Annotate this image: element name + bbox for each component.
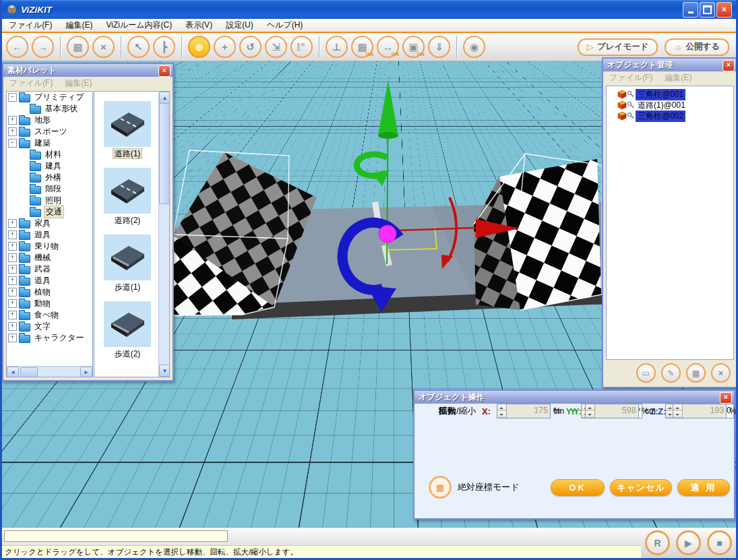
tree-expander[interactable]: +	[8, 322, 17, 331]
ok-button[interactable]: OK	[551, 479, 605, 496]
menu-item[interactable]: ViZiルーム内容(C)	[99, 20, 179, 31]
minimize-button[interactable]	[683, 2, 698, 18]
drop-toggle-button[interactable]: ⇓	[428, 36, 450, 58]
object-operation-title-bar[interactable]: オブジェクト操作 ×	[414, 391, 734, 404]
tree-item[interactable]: + 文字	[7, 321, 92, 332]
tree-item[interactable]: + 家具	[7, 218, 92, 229]
object-list-item[interactable]: 三角柱@002	[607, 111, 733, 121]
tree-expander[interactable]: +	[8, 230, 17, 239]
delete-button[interactable]: ×	[711, 363, 731, 383]
group-button[interactable]: ▦	[686, 363, 706, 383]
tree-item[interactable]: 交通	[7, 206, 92, 218]
tree-item[interactable]: + キャラクター	[7, 332, 92, 344]
tree-expander[interactable]: +	[8, 299, 17, 308]
scroll-thumb[interactable]	[20, 367, 38, 377]
menu-item[interactable]: ファイル(F)	[2, 20, 59, 31]
play-mode-button[interactable]: ▷ プレイモード	[578, 38, 658, 56]
spinner-buttons[interactable]	[586, 404, 595, 418]
maximize-button[interactable]	[700, 2, 715, 18]
back-button[interactable]: ←	[6, 36, 28, 58]
menu-item[interactable]: 編集(E)	[59, 20, 99, 31]
material-vertical-scrollbar[interactable]: ▲ ▼	[158, 92, 169, 377]
stop-button[interactable]: ■	[707, 530, 732, 555]
axis-toggle-button[interactable]: ⊥	[326, 36, 348, 58]
tree-item[interactable]: + 武器	[7, 263, 92, 275]
tree-item[interactable]: 階段	[7, 183, 92, 195]
palette-item[interactable]: 歩道(2)	[97, 301, 158, 360]
tree-expander[interactable]: +	[8, 265, 17, 274]
snap-toggle-button[interactable]: ↔ ON	[377, 36, 399, 58]
rotate-tool-button[interactable]: ↺	[239, 36, 262, 58]
transform-tool-button[interactable]: ⊕	[188, 36, 210, 58]
tree-horizontal-scrollbar[interactable]: ◄ ►	[7, 366, 92, 377]
tree-expander[interactable]: +	[8, 334, 17, 342]
tree-expander[interactable]: −	[8, 139, 17, 148]
tree-item[interactable]: 材料	[7, 149, 92, 160]
object-manager-menu-item[interactable]: 編集(E)	[665, 72, 691, 84]
scroll-left-icon[interactable]: ◄	[7, 367, 19, 377]
menu-item[interactable]: ヘルプ(H)	[260, 20, 310, 31]
tree-expander[interactable]: +	[8, 127, 17, 136]
play-button[interactable]: ▶	[676, 530, 701, 555]
cancel-button[interactable]: キャンセル	[610, 479, 672, 496]
tree-expander[interactable]: +	[8, 276, 17, 285]
close-button[interactable]: ×	[716, 2, 732, 18]
tree-item[interactable]: − プリミティブ	[7, 92, 92, 103]
spinner-buttons[interactable]	[673, 404, 683, 418]
palette-menu-item[interactable]: ファイル(F)	[9, 77, 53, 89]
create-object-button[interactable]: ▦	[67, 36, 89, 58]
forward-button[interactable]: →	[32, 36, 54, 58]
publish-button[interactable]: ☼ 公開する	[665, 38, 729, 56]
tree-expander[interactable]: +	[8, 219, 17, 228]
scroll-down-icon[interactable]: ▼	[159, 365, 170, 377]
tree-item[interactable]: + 植物	[7, 286, 92, 298]
palette-close-icon[interactable]: ×	[158, 65, 171, 77]
scroll-up-icon[interactable]: ▲	[159, 92, 170, 104]
tree-item[interactable]: + 遊具	[7, 229, 92, 241]
x-value-field[interactable]: 175	[497, 404, 551, 418]
palette-item[interactable]: 歩道(1)	[97, 235, 158, 293]
numeric-transform-button[interactable]: X:Y:Z:	[290, 36, 313, 58]
tree-item[interactable]: + 地形	[7, 115, 92, 126]
scale-tool-button[interactable]: ⇲	[265, 36, 287, 58]
apply-button[interactable]: 適 用	[677, 479, 730, 496]
tree-item[interactable]: + 乗り物	[7, 241, 92, 252]
tree-item[interactable]: 基本形状	[7, 103, 92, 115]
tree-item[interactable]: − 建築	[7, 137, 92, 149]
record-button[interactable]: R	[645, 530, 670, 555]
menu-item[interactable]: 設定(U)	[219, 20, 260, 31]
scroll-right-icon[interactable]: ►	[80, 367, 92, 377]
palette-item[interactable]: 道路(2)	[97, 168, 158, 226]
object-manager-menu-item[interactable]: ファイル(F)	[609, 72, 652, 84]
palette-title-bar[interactable]: 素材パレット ×	[3, 64, 173, 77]
command-input[interactable]	[4, 530, 228, 542]
toolbar-separator[interactable]	[60, 36, 61, 58]
folder-button[interactable]: ▭	[636, 363, 656, 383]
y-value-field[interactable]: 598	[585, 404, 639, 418]
menu-item[interactable]: 表示(V)	[179, 20, 219, 31]
tree-expander[interactable]: +	[8, 311, 17, 319]
tree-expander[interactable]: +	[8, 253, 17, 262]
tree-item[interactable]: + 食べ物	[7, 309, 92, 321]
palette-menu-item[interactable]: 編集(E)	[65, 77, 92, 89]
object-manager-title-bar[interactable]: オブジェクト管理 ×	[603, 59, 737, 71]
toolbar-separator[interactable]	[456, 36, 457, 58]
object-list-item[interactable]: 三角柱@001	[607, 89, 733, 100]
tree-item[interactable]: + 機械	[7, 252, 92, 263]
object-manager-close-icon[interactable]: ×	[722, 60, 735, 71]
tree-expander[interactable]: +	[8, 288, 17, 297]
tree-item[interactable]: 建具	[7, 160, 92, 172]
hierarchy-tool-button[interactable]: ┣	[153, 36, 175, 58]
box-toggle-button[interactable]: ▣ ON	[402, 36, 425, 58]
tree-expander[interactable]: +	[8, 116, 17, 125]
tree-expander[interactable]: −	[8, 93, 17, 102]
spinner-buttons[interactable]	[497, 404, 507, 418]
tree-item[interactable]: 外構	[7, 172, 92, 183]
tree-expander[interactable]: +	[8, 242, 17, 251]
toolbar-separator[interactable]	[181, 36, 182, 58]
absolute-coordinate-icon[interactable]: ▦	[429, 476, 452, 499]
select-tool-button[interactable]: ↖	[127, 36, 150, 58]
move-tool-button[interactable]: +	[214, 36, 236, 58]
object-list-item[interactable]: 道路(1)@001	[607, 100, 733, 111]
toolbar-separator[interactable]	[121, 36, 121, 58]
